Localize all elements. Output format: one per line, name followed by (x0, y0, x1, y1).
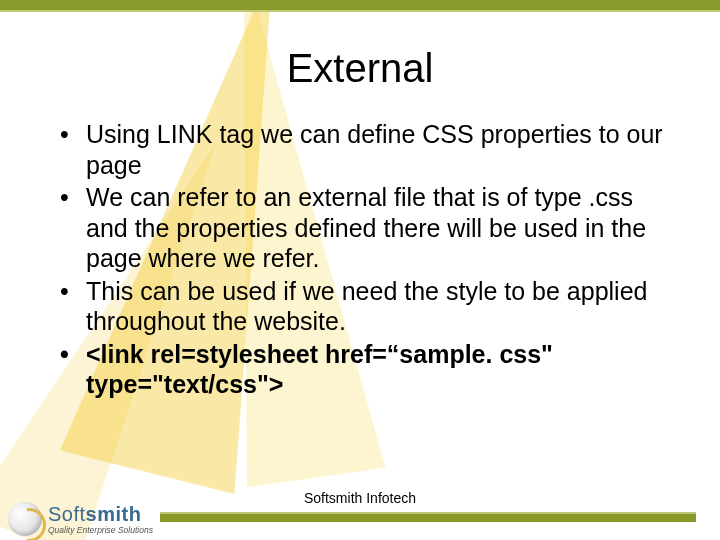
list-item: This can be used if we need the style to… (60, 276, 670, 337)
logo-name: Softsmith (48, 504, 153, 524)
brand-logo: Softsmith Quality Enterprise Solutions (8, 502, 153, 536)
logo-name-part: smith (86, 503, 142, 525)
logo-name-part: Soft (48, 503, 86, 525)
slide-title: External (40, 46, 680, 91)
list-item: <link rel=stylesheet href=“sample. css" … (60, 339, 670, 400)
slide-content: External Using LINK tag we can define CS… (0, 0, 720, 540)
list-item: We can refer to an external file that is… (60, 182, 670, 274)
logo-icon (8, 502, 42, 536)
logo-tagline: Quality Enterprise Solutions (48, 526, 153, 535)
bullet-list: Using LINK tag we can define CSS propert… (40, 119, 680, 400)
bottom-divider (160, 514, 696, 522)
logo-text: Softsmith Quality Enterprise Solutions (48, 504, 153, 535)
list-item: Using LINK tag we can define CSS propert… (60, 119, 670, 180)
